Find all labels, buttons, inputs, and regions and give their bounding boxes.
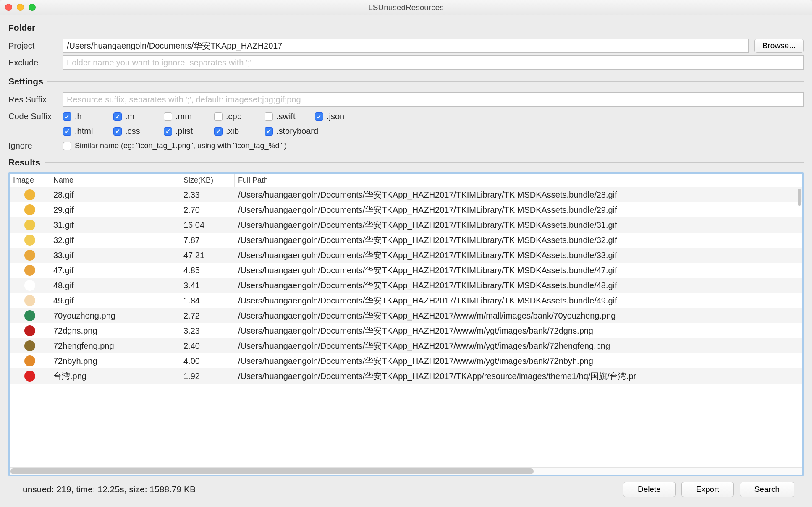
window-title: LSUnusedResources <box>0 3 812 12</box>
cell-path: /Users/huangaengoln/Documents/华安TKApp_HA… <box>235 325 802 337</box>
table-row[interactable]: 31.gif16.04/Users/huangaengoln/Documents… <box>10 217 802 233</box>
search-button[interactable]: Search <box>740 482 794 497</box>
results-section: Results Image Name Size(KB) Full Path 28… <box>8 157 804 476</box>
cell-name: 32.gif <box>50 235 180 245</box>
table-row[interactable]: 33.gif47.21/Users/huangaengoln/Documents… <box>10 248 802 263</box>
cell-name: 72hengfeng.png <box>50 341 180 351</box>
suffix-option: .xib <box>214 126 265 136</box>
folder-section: Folder Project Browse... Exclude <box>8 23 804 72</box>
cell-name: 47.gif <box>50 266 180 275</box>
ignore-similar-checkbox[interactable] <box>63 142 71 150</box>
cell-size: 2.70 <box>180 205 235 215</box>
thumbnail-icon <box>24 295 35 306</box>
app-window: LSUnusedResources Folder Project Browse.… <box>0 0 812 507</box>
table-row[interactable]: 72dgns.png3.23/Users/huangaengoln/Docume… <box>10 323 802 338</box>
suffix-checkbox[interactable] <box>265 127 273 136</box>
thumbnail-icon <box>24 189 35 200</box>
suffix-checkbox[interactable] <box>63 127 71 136</box>
table-header: Image Name Size(KB) Full Path <box>10 174 802 187</box>
table-row[interactable]: 48.gif3.41/Users/huangaengoln/Documents/… <box>10 278 802 293</box>
header-name[interactable]: Name <box>50 174 180 187</box>
table-body[interactable]: 28.gif2.33/Users/huangaengoln/Documents/… <box>10 187 802 467</box>
cell-path: /Users/huangaengoln/Documents/华安TKApp_HA… <box>235 204 802 216</box>
project-label: Project <box>8 41 63 51</box>
horizontal-scrollbar-thumb[interactable] <box>10 468 534 474</box>
browse-button[interactable]: Browse... <box>754 39 804 53</box>
res-suffix-input[interactable] <box>63 92 804 107</box>
table-row[interactable]: 47.gif4.85/Users/huangaengoln/Documents/… <box>10 263 802 278</box>
suffix-checkbox[interactable] <box>164 112 172 121</box>
suffix-option: .storyboard <box>265 126 340 136</box>
code-suffix-group: .h.m.mm.cpp.swift.json.html.css.plist.xi… <box>63 109 804 139</box>
cell-image <box>10 325 50 336</box>
table-row[interactable]: 32.gif7.87/Users/huangaengoln/Documents/… <box>10 233 802 248</box>
table-row[interactable]: 29.gif2.70/Users/huangaengoln/Documents/… <box>10 202 802 217</box>
res-suffix-label: Res Suffix <box>8 95 63 105</box>
cell-image <box>10 310 50 321</box>
header-path[interactable]: Full Path <box>235 174 802 187</box>
suffix-label: .plist <box>175 126 193 136</box>
cell-size: 2.40 <box>180 341 235 351</box>
cell-name: 49.gif <box>50 296 180 306</box>
suffix-option: .cpp <box>214 112 265 121</box>
vertical-scrollbar-thumb[interactable] <box>798 189 801 206</box>
suffix-checkbox[interactable] <box>113 112 122 121</box>
cell-name: 33.gif <box>50 251 180 260</box>
thumbnail-icon <box>24 340 35 351</box>
thumbnail-icon <box>24 280 35 291</box>
cell-path: /Users/huangaengoln/Documents/华安TKApp_HA… <box>235 189 802 201</box>
project-path-input[interactable] <box>63 39 749 53</box>
ignore-similar-label: Similar name (eg: "icon_tag_1.png", usin… <box>75 141 287 150</box>
suffix-checkbox[interactable] <box>164 127 172 136</box>
suffix-checkbox[interactable] <box>214 127 223 136</box>
cell-path: /Users/huangaengoln/Documents/华安TKApp_HA… <box>235 280 802 291</box>
cell-image <box>10 265 50 276</box>
thumbnail-icon <box>24 235 35 246</box>
header-size[interactable]: Size(KB) <box>180 174 235 187</box>
cell-image <box>10 280 50 291</box>
export-button[interactable]: Export <box>681 482 734 497</box>
suffix-option: .swift <box>265 112 315 121</box>
table-row[interactable]: 49.gif1.84/Users/huangaengoln/Documents/… <box>10 293 802 308</box>
suffix-option: .json <box>315 112 365 121</box>
cell-path: /Users/huangaengoln/Documents/华安TKApp_HA… <box>235 295 802 306</box>
table-row[interactable]: 70youzheng.png2.72/Users/huangaengoln/Do… <box>10 308 802 323</box>
table-row[interactable]: 72nbyh.png4.00/Users/huangaengoln/Docume… <box>10 353 802 368</box>
cell-path: /Users/huangaengoln/Documents/华安TKApp_HA… <box>235 265 802 276</box>
thumbnail-icon <box>24 310 35 321</box>
suffix-label: .cpp <box>226 112 242 121</box>
delete-button[interactable]: Delete <box>623 482 676 497</box>
settings-legend: Settings <box>8 76 47 86</box>
suffix-label: .css <box>125 126 140 136</box>
exclude-input[interactable] <box>63 55 804 70</box>
cell-path: /Users/huangaengoln/Documents/华安TKApp_HA… <box>235 235 802 246</box>
suffix-label: .swift <box>276 112 296 121</box>
cell-image <box>10 220 50 230</box>
suffix-option: .m <box>113 112 164 121</box>
suffix-checkbox[interactable] <box>63 112 71 121</box>
cell-image <box>10 189 50 200</box>
suffix-label: .m <box>125 112 134 121</box>
cell-size: 3.41 <box>180 281 235 290</box>
suffix-checkbox[interactable] <box>315 112 323 121</box>
cell-size: 2.33 <box>180 190 235 200</box>
suffix-option: .css <box>113 126 164 136</box>
table-row[interactable]: 28.gif2.33/Users/huangaengoln/Documents/… <box>10 187 802 202</box>
cell-size: 16.04 <box>180 220 235 230</box>
thumbnail-icon <box>24 250 35 261</box>
titlebar: LSUnusedResources <box>0 0 812 15</box>
suffix-checkbox[interactable] <box>214 112 223 121</box>
cell-path: /Users/huangaengoln/Documents/华安TKApp_HA… <box>235 310 802 321</box>
suffix-checkbox[interactable] <box>265 112 273 121</box>
suffix-checkbox[interactable] <box>113 127 122 136</box>
horizontal-scrollbar[interactable] <box>10 467 802 475</box>
suffix-label: .h <box>75 112 82 121</box>
thumbnail-icon <box>24 204 35 215</box>
table-row[interactable]: 台湾.png1.92/Users/huangaengoln/Documents/… <box>10 368 802 384</box>
header-image[interactable]: Image <box>10 174 50 187</box>
window-body: Folder Project Browse... Exclude Setting… <box>0 15 812 507</box>
table-row[interactable]: 72hengfeng.png2.40/Users/huangaengoln/Do… <box>10 338 802 353</box>
results-legend: Results <box>8 157 45 167</box>
ignore-label: Ignore <box>8 141 63 151</box>
exclude-label: Exclude <box>8 58 63 68</box>
